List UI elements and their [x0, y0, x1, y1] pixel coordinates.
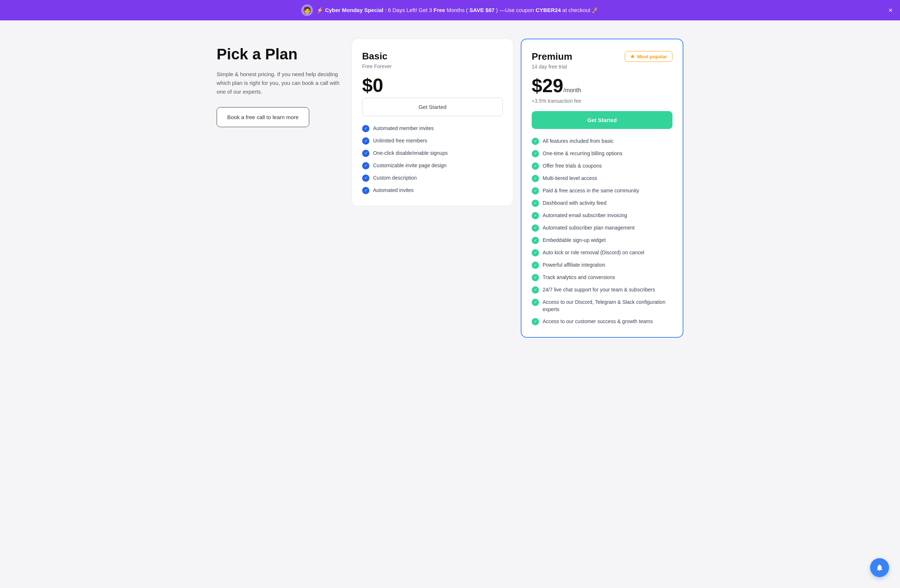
premium-cta-button[interactable]: Get Started — [532, 111, 672, 129]
check-icon: ✓ — [532, 150, 539, 157]
list-item: ✓ Paid & free access in the same communi… — [532, 187, 672, 195]
banner-lightning: ⚡ — [317, 7, 323, 13]
banner-save: SAVE $87 — [469, 7, 495, 13]
list-item: ✓ Access to our customer success & growt… — [532, 318, 672, 325]
basic-feature-list: ✓ Automated member invites ✓ Unlimited f… — [362, 125, 503, 194]
feature-text: Auto kick or role removal (Discord) on c… — [543, 249, 644, 257]
left-column: Pick a Plan Simple & honest pricing. If … — [217, 39, 341, 338]
feature-text: Customizable invite page design — [373, 162, 447, 169]
check-icon: ✓ — [532, 274, 539, 281]
premium-price: $29 — [532, 75, 563, 96]
list-item: ✓ Automated invites — [362, 187, 503, 194]
bell-icon — [875, 563, 884, 572]
list-item: ✓ Custom description — [362, 175, 503, 182]
check-icon: ✓ — [362, 175, 369, 182]
check-icon: ✓ — [362, 150, 369, 157]
list-item: ✓ Track analytics and conversions — [532, 274, 672, 281]
feature-text: Powerful affiliate integration — [543, 262, 605, 269]
feature-text: Track analytics and conversions — [543, 274, 615, 281]
premium-plan-header-row: Premium 14 day free trial ★ Most popular — [532, 51, 672, 70]
premium-price-area: $29/month — [532, 76, 672, 95]
check-icon: ✓ — [532, 249, 539, 257]
check-icon: ✓ — [362, 187, 369, 194]
list-item: ✓ One-time & recurring billing options — [532, 150, 672, 157]
basic-plan-name: Basic — [362, 51, 503, 62]
list-item: ✓ Dashboard with activity feed — [532, 200, 672, 207]
basic-plan-card: Basic Free Forever $0 Get Started ✓ Auto… — [352, 39, 514, 206]
list-item: ✓ Access to our Discord, Telegram & Slac… — [532, 299, 672, 313]
most-popular-badge: ★ Most popular — [625, 51, 672, 62]
list-item: ✓ Auto kick or role removal (Discord) on… — [532, 249, 672, 257]
basic-plan-header: Basic Free Forever — [362, 51, 503, 69]
check-icon: ✓ — [532, 138, 539, 145]
feature-text: Paid & free access in the same community — [543, 187, 639, 195]
banner-coupon: CYBER24 — [536, 7, 561, 13]
list-item: ✓ Offer free trials & coupons — [532, 162, 672, 170]
list-item: ✓ Automated subscriber plan management — [532, 224, 672, 232]
list-item: ✓ All features included from basic — [532, 138, 672, 145]
check-icon: ✓ — [532, 162, 539, 170]
plans-area: Basic Free Forever $0 Get Started ✓ Auto… — [352, 39, 683, 338]
feature-text: Dashboard with activity feed — [543, 200, 607, 207]
banner-body1: : 6 Days Left! Get 3 — [385, 7, 433, 13]
banner-free-word: Free — [434, 7, 445, 13]
banner-close-button[interactable]: × — [888, 6, 893, 14]
premium-price-fee: +3.5% transaction fee — [532, 98, 672, 104]
feature-text: Access to our Discord, Telegram & Slack … — [543, 299, 672, 313]
premium-feature-list: ✓ All features included from basic ✓ One… — [532, 138, 672, 325]
check-icon: ✓ — [532, 224, 539, 232]
banner-body2: Months ( — [447, 7, 468, 13]
star-icon: ★ — [630, 54, 635, 59]
feature-text: One-click disable/enable signups — [373, 150, 448, 157]
check-icon: ✓ — [532, 318, 539, 325]
basic-price: $0 — [362, 75, 383, 96]
check-icon: ✓ — [532, 286, 539, 294]
list-item: ✓ Multi-tiered level access — [532, 175, 672, 182]
banner-body3: ) —Use coupon — [496, 7, 535, 13]
page-title: Pick a Plan — [217, 46, 341, 63]
chat-button[interactable] — [870, 558, 889, 577]
feature-text: Automated email subscriber invoicing — [543, 212, 627, 219]
list-item: ✓ Customizable invite page design — [362, 162, 503, 169]
feature-text: 24/7 live chat support for your team & s… — [543, 286, 655, 294]
list-item: ✓ Automated email subscriber invoicing — [532, 212, 672, 219]
banner-text: ⚡ Cyber Monday Special : 6 Days Left! Ge… — [317, 7, 599, 14]
feature-text: All features included from basic — [543, 138, 614, 145]
list-item: ✓ Unlimited free members — [362, 137, 503, 145]
premium-plan-subtitle: 14 day free trial — [532, 64, 572, 70]
check-icon: ✓ — [532, 262, 539, 269]
premium-price-period: /month — [563, 87, 581, 93]
list-item: ✓ One-click disable/enable signups — [362, 150, 503, 157]
banner-special-label: Cyber Monday Special — [325, 7, 383, 13]
check-icon: ✓ — [532, 299, 539, 306]
banner-avatar: 🧑 — [301, 5, 313, 16]
check-icon: ✓ — [532, 212, 539, 219]
feature-text: Unlimited free members — [373, 137, 427, 145]
list-item: ✓ Embeddable sign-up widget — [532, 237, 672, 244]
basic-cta-button[interactable]: Get Started — [362, 97, 503, 116]
check-icon: ✓ — [362, 125, 369, 132]
basic-plan-subtitle: Free Forever — [362, 63, 503, 69]
feature-text: Automated member invites — [373, 125, 434, 132]
feature-text: Embeddable sign-up widget — [543, 237, 606, 244]
list-item: ✓ Automated member invites — [362, 125, 503, 132]
main-content: Pick a Plan Simple & honest pricing. If … — [195, 20, 705, 356]
feature-text: Access to our customer success & growth … — [543, 318, 653, 325]
check-icon: ✓ — [532, 200, 539, 207]
list-item: ✓ 24/7 live chat support for your team &… — [532, 286, 672, 294]
check-icon: ✓ — [532, 237, 539, 244]
banner-suffix: at checkout 🚀 — [562, 7, 599, 13]
promo-banner: 🧑 ⚡ Cyber Monday Special : 6 Days Left! … — [0, 0, 900, 20]
check-icon: ✓ — [362, 137, 369, 145]
check-icon: ✓ — [532, 175, 539, 182]
premium-plan-card: Premium 14 day free trial ★ Most popular… — [521, 39, 683, 338]
premium-plan-name: Premium — [532, 51, 572, 62]
feature-text: Offer free trials & coupons — [543, 162, 602, 170]
check-icon: ✓ — [362, 162, 369, 169]
check-icon: ✓ — [532, 187, 539, 195]
book-call-button[interactable]: Book a free call to learn more — [217, 107, 309, 127]
premium-plan-name-group: Premium 14 day free trial — [532, 51, 572, 70]
feature-text: One-time & recurring billing options — [543, 150, 622, 157]
feature-text: Custom description — [373, 175, 417, 182]
list-item: ✓ Powerful affiliate integration — [532, 262, 672, 269]
